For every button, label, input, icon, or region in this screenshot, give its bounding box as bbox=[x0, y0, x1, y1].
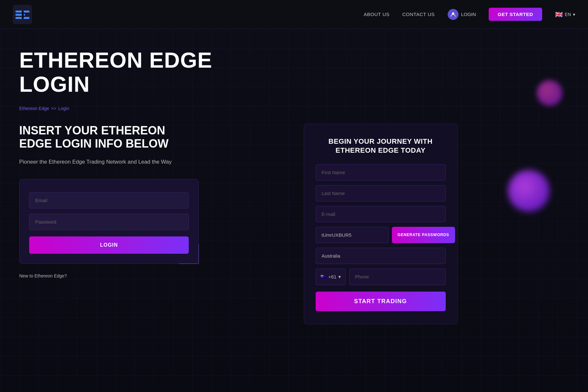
breadcrumb-current: Login bbox=[58, 106, 69, 111]
flag-icon: 🇬🇧 bbox=[555, 11, 563, 18]
get-started-button[interactable]: GET STARTED bbox=[489, 8, 542, 21]
new-user-text: New to Ethereon Edge? bbox=[19, 273, 285, 278]
phone-chevron-icon: ▾ bbox=[338, 274, 341, 280]
svg-rect-4 bbox=[22, 11, 24, 19]
generate-passwords-button[interactable]: GENERATE PASSWORDS bbox=[392, 227, 455, 243]
left-column: INSERT YOUR ETHEREON EDGE LOGIN INFO BEL… bbox=[19, 124, 285, 324]
language-selector[interactable]: 🇬🇧 EN ▾ bbox=[555, 11, 575, 18]
registration-box: BEGIN YOUR JOURNEY WITH ETHEREON EDGE TO… bbox=[304, 124, 458, 324]
breadcrumb-separator: >> bbox=[51, 106, 56, 111]
first-name-input[interactable] bbox=[316, 164, 446, 181]
password-row: GENERATE PASSWORDS bbox=[316, 227, 446, 243]
content-grid: INSERT YOUR ETHEREON EDGE LOGIN INFO BEL… bbox=[19, 124, 569, 324]
lang-code: EN bbox=[565, 12, 571, 17]
email-input[interactable] bbox=[29, 192, 189, 209]
right-column: BEGIN YOUR JOURNEY WITH ETHEREON EDGE TO… bbox=[304, 124, 569, 324]
email-register-input[interactable] bbox=[316, 206, 446, 222]
login-icon bbox=[448, 9, 459, 20]
nav-links: ABOUT US CONTACT US LOGIN GET STARTED 🇬🇧… bbox=[364, 8, 575, 21]
phone-input[interactable] bbox=[349, 268, 446, 285]
logo-icon bbox=[13, 5, 32, 24]
registration-title: BEGIN YOUR JOURNEY WITH ETHEREON EDGE TO… bbox=[316, 137, 446, 155]
nav-login-button[interactable]: LOGIN bbox=[448, 9, 476, 20]
country-flag: 🇦🇺 bbox=[320, 274, 327, 280]
nav-about-link[interactable]: ABOUT US bbox=[364, 12, 389, 17]
last-name-input[interactable] bbox=[316, 185, 446, 201]
section-heading: INSERT YOUR ETHEREON EDGE LOGIN INFO BEL… bbox=[19, 124, 179, 150]
hero-section: ETHEREON EDGE LOGIN Ethereon Edge >> Log… bbox=[0, 29, 588, 391]
logo[interactable] bbox=[13, 5, 32, 24]
generated-password-input[interactable] bbox=[316, 227, 389, 243]
chevron-down-icon: ▾ bbox=[573, 12, 575, 17]
breadcrumb-home[interactable]: Ethereon Edge bbox=[19, 106, 49, 111]
login-form-box: LOGIN bbox=[19, 179, 199, 264]
nav-contact-link[interactable]: CONTACT US bbox=[402, 12, 435, 17]
hero-title: ETHEREON EDGE LOGIN bbox=[19, 48, 244, 96]
country-input[interactable] bbox=[316, 248, 446, 264]
phone-row: 🇦🇺 +61 ▾ bbox=[316, 268, 446, 285]
login-label: LOGIN bbox=[461, 12, 476, 17]
country-dial-code: +61 bbox=[328, 274, 336, 279]
country-code-selector[interactable]: 🇦🇺 +61 ▾ bbox=[316, 268, 346, 285]
login-button[interactable]: LOGIN bbox=[29, 236, 189, 254]
orb-pink-decoration bbox=[537, 80, 562, 106]
password-input[interactable] bbox=[29, 214, 189, 230]
section-description: Pioneer the Ethereon Edge Trading Networ… bbox=[19, 158, 173, 166]
navbar: ABOUT US CONTACT US LOGIN GET STARTED 🇬🇧… bbox=[0, 0, 588, 29]
start-trading-button[interactable]: START TRADING bbox=[316, 292, 446, 311]
breadcrumb: Ethereon Edge >> Login bbox=[19, 106, 569, 111]
